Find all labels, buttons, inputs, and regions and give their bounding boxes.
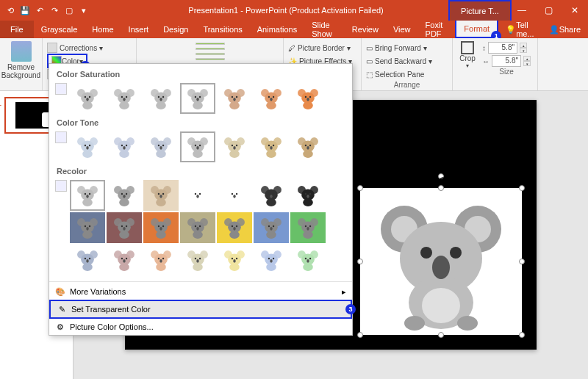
color-swatch[interactable] xyxy=(107,180,142,211)
remove-background-button[interactable]: Remove Background xyxy=(0,38,43,90)
tab-file[interactable]: File xyxy=(0,21,34,38)
svg-point-87 xyxy=(199,145,201,146)
tab-review[interactable]: Review xyxy=(345,21,386,38)
color-swatch[interactable] xyxy=(70,212,105,243)
color-swatch[interactable] xyxy=(254,131,289,162)
color-swatch[interactable] xyxy=(107,131,142,162)
resize-handle[interactable] xyxy=(357,259,363,264)
color-swatch[interactable] xyxy=(180,180,215,211)
color-swatch[interactable] xyxy=(254,83,289,114)
resize-handle[interactable] xyxy=(438,332,444,338)
color-swatch[interactable] xyxy=(217,83,252,114)
width-spinner[interactable]: ▴▾ xyxy=(523,56,531,66)
color-swatch[interactable] xyxy=(290,212,326,243)
style-thumb[interactable] xyxy=(196,53,225,55)
style-thumb[interactable] xyxy=(196,43,225,45)
redo-icon[interactable]: ↷ xyxy=(49,4,60,16)
resize-handle[interactable] xyxy=(519,332,525,338)
tab-insert[interactable]: Insert xyxy=(121,21,157,38)
color-swatch[interactable] xyxy=(180,131,215,162)
tab-tellme[interactable]: 💡 Tell me... xyxy=(498,21,541,38)
color-swatch[interactable] xyxy=(107,83,142,114)
resize-handle[interactable] xyxy=(519,185,525,191)
resize-handle[interactable] xyxy=(519,259,525,264)
color-swatch[interactable] xyxy=(217,245,252,275)
tab-design[interactable]: Design xyxy=(156,21,196,38)
width-input[interactable]: 5.8" xyxy=(492,55,521,67)
color-swatch[interactable] xyxy=(70,245,105,275)
color-swatch[interactable] xyxy=(290,131,326,162)
tab-foxitpdf[interactable]: Foxit PDF xyxy=(418,21,456,38)
color-swatch[interactable] xyxy=(143,212,179,243)
eyedropper-icon[interactable] xyxy=(55,131,67,143)
more-variations-item[interactable]: 🎨 More Variations ▸ xyxy=(49,284,352,300)
svg-point-177 xyxy=(158,225,159,227)
selected-picture[interactable]: ⟳ xyxy=(360,188,522,335)
tab-transitions[interactable]: Transitions xyxy=(196,21,249,38)
color-swatch[interactable] xyxy=(180,212,215,243)
color-swatch[interactable] xyxy=(70,131,105,162)
svg-point-218 xyxy=(119,263,129,271)
corrections-button[interactable]: Corrections ▾ xyxy=(47,41,132,54)
selection-pane-label: Selection Pane xyxy=(375,71,424,79)
tab-format[interactable]: Format 1 xyxy=(455,21,498,38)
color-swatch[interactable] xyxy=(254,245,289,275)
slideshow-quick-icon[interactable]: ▢ xyxy=(63,4,75,16)
svg-point-246 xyxy=(266,263,276,271)
send-backward-button[interactable]: ▭ Send Backward ▾ xyxy=(366,54,448,68)
color-swatch[interactable] xyxy=(180,83,215,114)
svg-point-151 xyxy=(270,195,272,198)
tab-home[interactable]: Home xyxy=(85,21,121,38)
picture-color-options-item[interactable]: ⚙ Picture Color Options... xyxy=(49,319,352,335)
svg-point-38 xyxy=(199,96,201,98)
color-swatch[interactable] xyxy=(143,245,179,275)
picture-border-button[interactable]: 🖊 Picture Border ▾ xyxy=(288,41,356,54)
tab-slideshow[interactable]: Slide Show xyxy=(304,21,345,38)
svg-point-31 xyxy=(162,96,164,98)
set-transparent-color-item[interactable]: ✎ Set Transparent Color 3 xyxy=(49,300,352,319)
maximize-button[interactable]: ▢ xyxy=(535,0,562,21)
color-swatch[interactable] xyxy=(143,180,179,211)
svg-point-185 xyxy=(199,225,201,227)
tab-share[interactable]: 👤 Share xyxy=(542,21,588,38)
svg-point-253 xyxy=(303,263,313,271)
save-icon[interactable]: 💾 xyxy=(19,4,31,16)
color-swatch[interactable] xyxy=(290,245,326,275)
color-swatch[interactable] xyxy=(70,83,105,114)
color-swatch[interactable] xyxy=(217,212,252,243)
color-swatch[interactable] xyxy=(180,245,215,275)
undo-icon[interactable]: ↶ xyxy=(34,4,46,16)
minimize-button[interactable]: — xyxy=(509,0,535,21)
style-thumb[interactable] xyxy=(196,48,225,50)
selection-pane-button[interactable]: ⬚ Selection Pane xyxy=(366,68,448,81)
color-swatch[interactable] xyxy=(143,83,179,114)
crop-button[interactable]: Crop ▾ xyxy=(457,41,478,89)
eyedropper-icon[interactable] xyxy=(55,180,67,192)
color-swatch[interactable] xyxy=(254,212,289,243)
color-swatch[interactable] xyxy=(254,180,289,211)
autosave-icon[interactable]: ⟲ xyxy=(4,4,16,16)
tab-animations[interactable]: Animations xyxy=(250,21,304,38)
qat-more-icon[interactable]: ▾ xyxy=(78,4,90,16)
height-input[interactable]: 5.8" xyxy=(488,42,517,54)
color-swatch[interactable] xyxy=(290,180,326,211)
palette-icon: 🎨 xyxy=(55,286,65,297)
tab-view[interactable]: View xyxy=(386,21,418,38)
resize-handle[interactable] xyxy=(357,332,363,338)
style-thumb[interactable] xyxy=(196,58,225,60)
height-spinner[interactable]: ▴▾ xyxy=(520,43,527,53)
bring-forward-button[interactable]: ▭ Bring Forward ▾ xyxy=(366,41,448,54)
color-swatch[interactable] xyxy=(70,180,105,211)
color-swatch[interactable] xyxy=(143,131,179,162)
color-swatch[interactable] xyxy=(107,245,142,275)
resize-handle[interactable] xyxy=(357,185,363,191)
color-swatch[interactable] xyxy=(217,131,252,162)
color-swatch[interactable] xyxy=(290,83,326,114)
svg-point-176 xyxy=(156,231,166,239)
tab-grayscale[interactable]: Grayscale xyxy=(34,21,85,38)
eyedropper-icon[interactable] xyxy=(55,83,67,95)
rotate-handle[interactable]: ⟳ xyxy=(438,173,444,179)
color-swatch[interactable] xyxy=(107,212,142,243)
close-button[interactable]: ✕ xyxy=(562,0,588,21)
color-swatch[interactable] xyxy=(217,180,252,211)
